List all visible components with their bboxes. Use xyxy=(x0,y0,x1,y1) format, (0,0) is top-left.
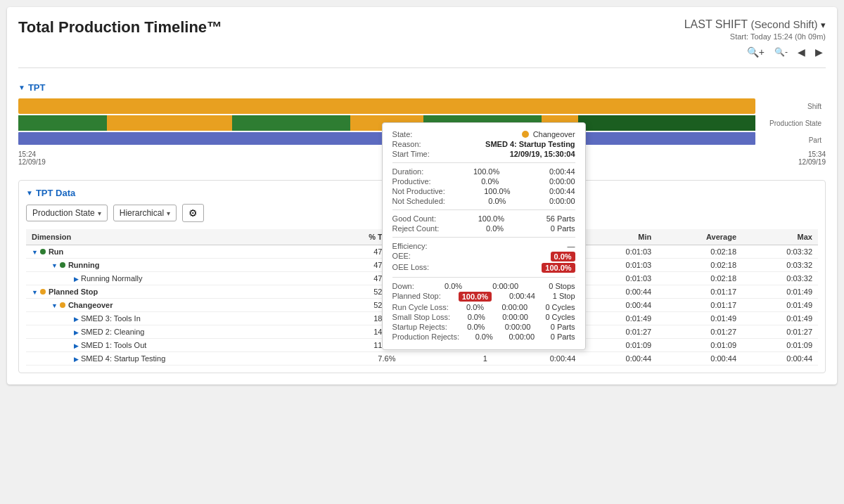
row-spacer xyxy=(401,352,424,366)
tooltip-divider3 xyxy=(392,237,575,238)
row-min: 0:00:44 xyxy=(581,285,657,299)
row-average: 0:01:49 xyxy=(657,312,742,325)
bar-segment-green1 xyxy=(18,115,107,131)
tooltip-start-row: Start Time: 12/09/19, 15:30:04 xyxy=(392,150,575,158)
row-min: 0:01:27 xyxy=(581,325,657,339)
page-title: Total Production Timeline™ xyxy=(18,18,222,37)
tooltip-planned-stop-label: Planned Stop: xyxy=(392,292,441,302)
row-pct: 7.6% xyxy=(323,352,401,366)
prod-state-timeline-row: Production State State: Changeover Reaso… xyxy=(18,115,826,131)
settings-button[interactable]: ⚙ xyxy=(182,204,204,222)
row-dimension: ▼Run xyxy=(26,245,323,259)
tpt-data-collapse-icon[interactable]: ▼ xyxy=(26,189,33,197)
tooltip-good-count-label: Good Count: xyxy=(392,214,436,223)
tooltip-down-label: Down: xyxy=(392,282,414,290)
dropdown1-arrow: ▾ xyxy=(98,209,101,217)
timeline-area: Shift Production State State: xyxy=(18,98,826,166)
shift-bar-container xyxy=(18,98,755,114)
row-max: 0:01:49 xyxy=(742,299,818,312)
tooltip-production-rejects-count: 0 Parts xyxy=(551,332,575,341)
row-average: 0:02:18 xyxy=(657,259,742,272)
zoom-in-button[interactable]: 🔍+ xyxy=(744,45,767,59)
shift-name: LAST SHIFT xyxy=(684,18,748,30)
tooltip-run-cycle-row: Run Cycle Loss: 0.0% 0:00:00 0 Cycles xyxy=(392,303,575,311)
tooltip-duration-pct: 100.0% xyxy=(473,167,499,176)
tooltip-oee-loss-label: OEE Loss: xyxy=(392,263,430,273)
tooltip-reject-count-label: Reject Count: xyxy=(392,224,440,233)
row-max: 0:01:27 xyxy=(742,325,818,339)
expand-icon[interactable]: ▼ xyxy=(51,302,58,309)
tooltip-small-stop-time: 0:00:00 xyxy=(502,313,528,321)
row-max: 0:03:32 xyxy=(742,245,818,259)
row-max: 0:01:49 xyxy=(742,285,818,299)
tooltip-production-rejects-label: Production Rejects: xyxy=(392,332,459,341)
tooltip-production-rejects-row: Production Rejects: 0.0% 0:00:00 0 Parts xyxy=(392,332,575,341)
expand-icon[interactable]: ▶ xyxy=(74,342,79,349)
expand-icon[interactable]: ▶ xyxy=(74,356,79,363)
tooltip-good-count-row: Good Count: 100.0% 56 Parts xyxy=(392,214,575,223)
row-max: 0:00:44 xyxy=(742,352,818,366)
zoom-controls: 🔍+ 🔍- ◀ ▶ xyxy=(684,45,826,59)
row-max: 0:01:49 xyxy=(742,312,818,325)
hierarchical-label: Hierarchical xyxy=(120,208,164,218)
tooltip-small-stop-pct: 0.0% xyxy=(468,313,485,321)
dropdown2-arrow: ▾ xyxy=(167,209,170,217)
tooltip-divider2 xyxy=(392,209,575,210)
tooltip-small-stop-row: Small Stop Loss: 0.0% 0:00:00 0 Cycles xyxy=(392,313,575,321)
tooltip-not-scheduled-pct: 0.0% xyxy=(488,197,506,205)
tooltip-startup-rejects-pct: 0.0% xyxy=(467,323,485,331)
row-max: 0:01:09 xyxy=(742,339,818,352)
tooltip-planned-stop-row: Planned Stop: 100.0% 0:00:44 1 Stop xyxy=(392,292,575,302)
tooltip-duration-label: Duration: xyxy=(392,167,424,176)
row-min: 0:01:03 xyxy=(581,259,657,272)
bar-segment-orange1 xyxy=(107,115,232,131)
tpt-data-label: TPT Data xyxy=(36,188,75,198)
row-name: SMED 1: Tools Out xyxy=(81,341,146,349)
row-min: 0:01:03 xyxy=(581,245,657,259)
row-average: 0:01:17 xyxy=(657,299,742,312)
row-name: SMED 2: Cleaning xyxy=(81,328,145,336)
row-dimension: ▶SMED 4: Startup Testing xyxy=(26,352,323,366)
tooltip-production-rejects-time: 0:00:00 xyxy=(509,332,535,341)
expand-icon[interactable]: ▼ xyxy=(32,289,38,296)
page-header: Total Production Timeline™ LAST SHIFT (S… xyxy=(18,18,826,68)
zoom-out-button[interactable]: 🔍- xyxy=(772,46,791,58)
expand-icon[interactable]: ▼ xyxy=(51,262,58,269)
tooltip-startup-rejects-row: Startup Rejects: 0.0% 0:00:00 0 Parts xyxy=(392,323,575,331)
time-end: 15:34 12/09/19 xyxy=(798,150,826,166)
tpt-collapse-icon[interactable]: ▼ xyxy=(18,84,25,91)
shift-label: LAST SHIFT (Second Shift) ▾ xyxy=(684,18,826,31)
tooltip-planned-stop-count: 1 Stop xyxy=(553,292,575,302)
tooltip-productive-label: Productive: xyxy=(392,177,431,186)
tooltip-planned-stop-badge: 100.0% xyxy=(459,292,492,302)
tooltip-oee-loss-badge: 100.0% xyxy=(542,263,575,273)
expand-icon[interactable]: ▶ xyxy=(74,329,79,336)
expand-icon[interactable]: ▶ xyxy=(74,316,79,323)
tooltip-not-scheduled-row: Not Scheduled: 0.0% 0:00:00 xyxy=(392,197,575,205)
row-dimension: ▼Running xyxy=(26,259,323,272)
tooltip-divider1 xyxy=(392,162,575,163)
header-right: LAST SHIFT (Second Shift) ▾ Start: Today… xyxy=(684,18,826,59)
tooltip-oee-row: OEE: 0.0% xyxy=(392,252,575,261)
row-dimension: ▶SMED 1: Tools Out xyxy=(26,339,323,352)
expand-icon[interactable]: ▼ xyxy=(32,249,38,256)
tooltip-start-label: Start Time: xyxy=(392,150,430,158)
next-button[interactable]: ▶ xyxy=(812,45,826,59)
hierarchical-dropdown[interactable]: Hierarchical ▾ xyxy=(113,205,177,221)
row-min: 0:01:49 xyxy=(581,312,657,325)
row-name: Running xyxy=(68,261,100,269)
tooltip-not-scheduled-time: 0:00:00 xyxy=(549,197,575,205)
shift-bar xyxy=(18,98,755,114)
expand-icon[interactable]: ▶ xyxy=(74,276,79,283)
row-average: 0:02:18 xyxy=(657,272,742,285)
chevron-down-icon[interactable]: ▾ xyxy=(821,20,826,30)
status-dot xyxy=(60,302,65,308)
tooltip-small-stop-label: Small Stop Loss: xyxy=(392,313,451,321)
prev-button[interactable]: ◀ xyxy=(795,45,808,59)
tooltip-reason-row: Reason: SMED 4: Startup Testing xyxy=(392,140,575,148)
tooltip-reason-label: Reason: xyxy=(392,140,421,148)
production-state-dropdown[interactable]: Production State ▾ xyxy=(26,205,108,221)
tooltip-efficiency-label: Efficiency: xyxy=(392,242,428,250)
tooltip-duration-row: Duration: 100.0% 0:00:44 xyxy=(392,167,575,176)
row-average: 0:01:27 xyxy=(657,325,742,339)
